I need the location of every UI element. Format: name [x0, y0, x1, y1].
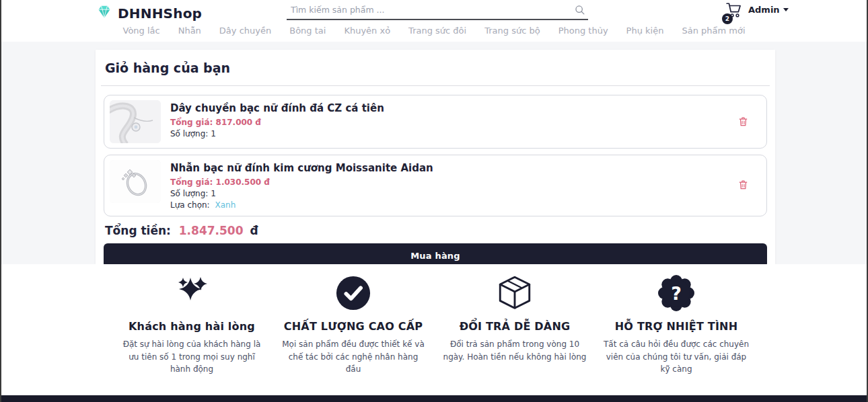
brand-logo[interactable]: DHNHShop — [96, 4, 202, 23]
item-quantity: Số lượng: 1 — [170, 189, 433, 198]
nav-item-bong-tai[interactable]: Bông tai — [289, 26, 326, 36]
product-image-necklace — [110, 100, 161, 143]
cart-item-necklace[interactable]: Dây chuyền bạc nữ đính đá CZ cá tiên Tổn… — [104, 95, 767, 149]
feature-title: CHẤT LƯỢNG CAO CẤP — [276, 320, 431, 333]
item-total-price: Tổng giá: 817.000 đ — [170, 118, 384, 127]
nav-item-khuyen-xo[interactable]: Khuyên xỏ — [344, 26, 390, 36]
nav-item-trang-suc-bo[interactable]: Trang sức bộ — [484, 26, 540, 36]
cart-total: Tổng tiền: 1.847.500 đ — [105, 224, 767, 237]
total-currency: đ — [250, 224, 258, 237]
feature-satisfaction: Khách hàng hài lòng Đặt sự hài lòng của … — [114, 272, 269, 395]
feature-description: Mọi sản phẩm đều được thiết kế và chế tá… — [280, 338, 427, 376]
package-box-icon — [437, 272, 592, 314]
feature-description: Đổi trả sản phẩm trong vòng 10 ngày. Hoà… — [441, 338, 588, 363]
cart-button[interactable]: 2 — [725, 2, 746, 22]
feature-quality: CHẤT LƯỢNG CAO CẤP Mọi sản phẩm đều được… — [276, 272, 431, 395]
chevron-down-icon — [783, 8, 789, 11]
trash-icon — [737, 183, 749, 193]
main-nav: Vòng lắc Nhẫn Dây chuyền Bông tai Khuyên… — [1, 26, 867, 36]
sparkles-icon — [114, 272, 269, 314]
feature-returns: ĐỔI TRẢ DỄ DÀNG Đổi trả sản phẩm trong v… — [437, 272, 592, 395]
item-info: Nhẫn bạc nữ đính kim cương Moissanite Ai… — [170, 160, 433, 210]
title-divider — [101, 85, 770, 86]
feature-title: ĐỔI TRẢ DỄ DÀNG — [437, 320, 592, 333]
feature-title: HỖ TRỢ NHIỆT TÌNH — [599, 320, 754, 333]
feature-support: ? HỖ TRỢ NHIỆT TÌNH Tất cả câu hỏi đều đ… — [599, 272, 754, 395]
nav-item-phong-thuy[interactable]: Phong thủy — [558, 26, 608, 36]
search-bar — [287, 1, 588, 20]
nav-item-vong-lac[interactable]: Vòng lắc — [123, 26, 160, 36]
feature-title: Khách hàng hài lòng — [114, 320, 269, 333]
nav-item-nhan[interactable]: Nhẫn — [178, 26, 201, 36]
nav-item-trang-suc-doi[interactable]: Trang sức đôi — [408, 26, 466, 36]
remove-item-button[interactable] — [735, 113, 752, 130]
item-total-price: Tổng giá: 1.030.500 đ — [170, 177, 433, 187]
item-option-value[interactable]: Xanh — [215, 200, 236, 210]
nav-item-phu-kien[interactable]: Phụ kiện — [626, 26, 664, 36]
brand-name: DHNHShop — [118, 5, 202, 22]
question-badge-icon: ? — [599, 272, 754, 314]
footer-features: Khách hàng hài lòng Đặt sự hài lòng của … — [1, 264, 867, 395]
trash-icon — [737, 120, 749, 130]
cart-page: DHNHShop 2 — [0, 0, 868, 402]
total-value: 1.847.500 — [179, 224, 244, 237]
cart-panel: Giỏ hàng của bạn Dây chuyền bạc nữ đính … — [96, 50, 775, 264]
total-label: Tổng tiền: — [105, 224, 171, 237]
nav-item-san-pham-moi[interactable]: Sản phẩm mới — [682, 26, 745, 36]
search-input[interactable] — [287, 5, 574, 16]
item-info: Dây chuyền bạc nữ đính đá CZ cá tiên Tổn… — [170, 100, 384, 138]
footer-bottom-bar — [1, 395, 867, 402]
item-quantity: Số lượng: 1 — [170, 129, 384, 138]
account-label: Admin — [748, 5, 780, 15]
diamond-gem-icon — [96, 4, 113, 23]
search-icon — [574, 7, 585, 17]
nav-item-day-chuyen[interactable]: Dây chuyền — [219, 26, 271, 36]
check-circle-icon — [276, 272, 431, 314]
remove-item-button[interactable] — [735, 176, 752, 194]
cart-count-badge: 2 — [722, 13, 733, 24]
cart-item-ring[interactable]: Nhẫn bạc nữ đính kim cương Moissanite Ai… — [104, 155, 767, 216]
product-image-ring — [110, 160, 161, 203]
account-menu[interactable]: Admin — [748, 5, 789, 15]
feature-description: Đặt sự hài lòng của khách hàng là ưu tiê… — [118, 338, 265, 376]
item-name: Dây chuyền bạc nữ đính đá CZ cá tiên — [170, 102, 384, 114]
svg-text:?: ? — [671, 283, 682, 304]
header: DHNHShop 2 — [1, 0, 867, 42]
page-title: Giỏ hàng của bạn — [104, 61, 767, 75]
search-button[interactable] — [574, 4, 588, 17]
item-name: Nhẫn bạc nữ đính kim cương Moissanite Ai… — [170, 162, 433, 174]
feature-description: Tất cả câu hỏi đều được các chuyên viên … — [603, 338, 750, 376]
item-option: Lựa chọn: Xanh — [170, 200, 433, 210]
